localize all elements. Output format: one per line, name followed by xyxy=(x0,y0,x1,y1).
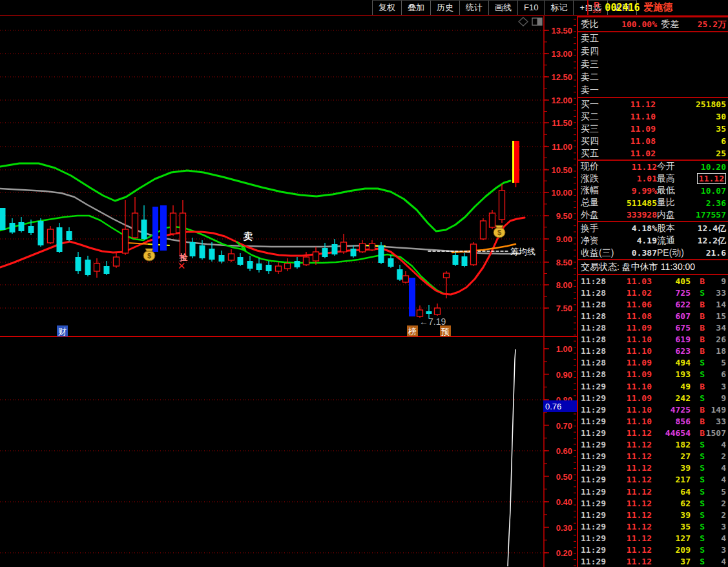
quote-label: 今开 xyxy=(657,161,689,172)
tick-row[interactable]: 11:2911.12127S4 xyxy=(578,532,728,544)
tick-row[interactable]: 11:2911.1264S5 xyxy=(578,486,728,497)
tick-row[interactable]: 11:2911.104725B149 xyxy=(578,404,728,415)
tick-row[interactable]: 11:2811.09675B34 xyxy=(578,322,728,333)
tick-row[interactable]: 11:2911.1239S2 xyxy=(578,509,728,521)
bid-volume: 6 xyxy=(656,136,726,146)
candle-down xyxy=(426,311,432,314)
tick-row[interactable]: 11:2911.10856B33 xyxy=(578,415,728,427)
tick-direction: S xyxy=(691,358,705,367)
toolbar-button-叠加[interactable]: 叠加 xyxy=(401,1,430,15)
quote-row: 外盘333928内盘177557 xyxy=(578,209,728,221)
candle-up xyxy=(94,263,100,271)
low-point-label: ←7.19 xyxy=(419,316,446,327)
tick-row[interactable]: 11:2911.1262S2 xyxy=(578,497,728,509)
tick-row[interactable]: 11:2911.12217S4 xyxy=(578,474,728,486)
candle-down xyxy=(238,257,244,265)
event-badge-财[interactable]: 财 xyxy=(57,325,68,336)
blue-signal-bar xyxy=(160,205,167,251)
tick-row[interactable]: 11:2811.10623B18 xyxy=(578,345,728,357)
candle-down xyxy=(256,263,262,270)
bid-row[interactable]: 买五11.0225 xyxy=(578,147,728,160)
tick-row[interactable]: 11:2811.09494S5 xyxy=(578,357,728,369)
bid-label: 买四 xyxy=(581,136,613,147)
ask-row[interactable]: 卖五 xyxy=(578,32,728,45)
tick-volume: 623 xyxy=(652,346,691,356)
tick-row[interactable]: 11:2811.02725S33 xyxy=(578,287,728,298)
ask-row[interactable]: 卖四 xyxy=(578,45,728,58)
quote-label: 外盘 xyxy=(581,209,612,221)
tick-row[interactable]: 11:2811.08607B15 xyxy=(578,310,728,322)
tick-price: 11.09 xyxy=(608,358,652,367)
tick-row[interactable]: 11:2911.1244654B1507 xyxy=(578,427,728,438)
toolbar-button-标记[interactable]: 标记 xyxy=(544,1,573,15)
tick-volume: 217 xyxy=(652,475,691,484)
quote-panel: 委比 100.00% 委差 25.2万 卖五卖四卖三卖二卖一 买一11.1225… xyxy=(577,16,728,567)
tick-row[interactable]: 11:2811.03405B9 xyxy=(578,275,728,287)
event-badge-榜[interactable]: 榜 xyxy=(407,325,418,336)
tick-time: 11:29 xyxy=(581,417,608,426)
toolbar-button-统计[interactable]: 统计 xyxy=(459,1,488,15)
tick-row[interactable]: 11:2911.1227S2 xyxy=(578,451,728,462)
tick-time: 11:29 xyxy=(581,533,608,543)
tick-count: 2 xyxy=(705,499,726,508)
tick-price: 11.12 xyxy=(608,475,652,484)
tick-direction: S xyxy=(691,369,705,379)
ask-row[interactable]: 卖三 xyxy=(578,58,728,71)
bid-row[interactable]: 买二11.1030 xyxy=(578,110,728,123)
tick-direction: S xyxy=(691,440,705,449)
fundamental-row: 换手4.18%股本12.4亿 xyxy=(578,222,728,234)
candle-up xyxy=(171,213,176,234)
tick-count: 2 xyxy=(705,451,726,461)
tick-price: 11.12 xyxy=(608,510,652,520)
tick-volume: 856 xyxy=(652,417,691,426)
tick-row[interactable]: 11:2811.09193S6 xyxy=(578,369,728,380)
toolbar-button-复权[interactable]: 复权 xyxy=(372,1,401,15)
bid-row[interactable]: 买一11.12251805 xyxy=(578,98,728,110)
tick-row[interactable]: 11:2811.06622B14 xyxy=(578,298,728,310)
fund-value: 4.19 xyxy=(619,236,657,245)
kline-chart-canvas[interactable]: 13.5013.0012.5012.0011.5011.0010.5010.00… xyxy=(0,0,577,567)
bid-row[interactable]: 买三11.0935 xyxy=(578,123,728,135)
event-badge-预[interactable]: 预 xyxy=(440,325,451,336)
sub-axis-label: 0.50 xyxy=(556,472,572,482)
tick-row[interactable]: 11:2911.1237S4 xyxy=(578,556,728,567)
badge-text: 财 xyxy=(58,327,67,336)
tick-row[interactable]: 11:2911.1239S4 xyxy=(578,462,728,474)
tick-volume: 242 xyxy=(652,393,691,403)
toolbar-button-画线[interactable]: 画线 xyxy=(488,1,517,15)
candle-down xyxy=(397,269,403,280)
split-panel-icon[interactable] xyxy=(532,18,542,25)
candle-up xyxy=(435,308,441,314)
tick-time: 11:29 xyxy=(581,499,608,508)
tick-row[interactable]: 11:2911.1235S3 xyxy=(578,521,728,532)
candle-down xyxy=(388,258,394,267)
tick-row[interactable]: 11:2911.12209S3 xyxy=(578,544,728,556)
fund-value: 12.2亿 xyxy=(691,235,726,247)
candle-down xyxy=(209,249,215,260)
price-axis-label: 13.00 xyxy=(551,49,572,59)
today-candle-stripe xyxy=(512,141,514,183)
bid-row[interactable]: 买四11.086 xyxy=(578,135,728,147)
tick-volume: 405 xyxy=(652,276,691,286)
bid-price: 11.09 xyxy=(613,124,656,134)
diamond-icon[interactable] xyxy=(519,17,528,26)
tick-list[interactable]: 11:2811.03405B911:2811.02725S3311:2811.0… xyxy=(578,275,728,567)
price-axis-label: 11.00 xyxy=(552,142,572,152)
toolbar-button-F10[interactable]: F10 xyxy=(517,1,544,15)
sub-indicator-line xyxy=(508,349,515,566)
tick-row[interactable]: 11:2911.09242S9 xyxy=(578,392,728,404)
toolbar-button-历史[interactable]: 历史 xyxy=(430,1,459,15)
ask-row[interactable]: 卖一 xyxy=(578,84,728,97)
price-axis-label: 10.50 xyxy=(551,165,572,175)
tick-volume: 182 xyxy=(652,440,691,449)
tick-price: 11.03 xyxy=(608,276,652,286)
tick-row[interactable]: 11:2911.12182S4 xyxy=(578,439,728,451)
candle-down xyxy=(67,231,72,240)
tick-row[interactable]: 11:2811.10619B26 xyxy=(578,334,728,345)
bid-price: 11.12 xyxy=(613,99,656,109)
candle-down xyxy=(332,244,338,254)
tick-row[interactable]: 11:2911.1049B3 xyxy=(578,380,728,392)
candle-down xyxy=(247,261,253,269)
ask-row[interactable]: 卖二 xyxy=(578,71,728,84)
fund-label: PE(动) xyxy=(657,247,691,259)
